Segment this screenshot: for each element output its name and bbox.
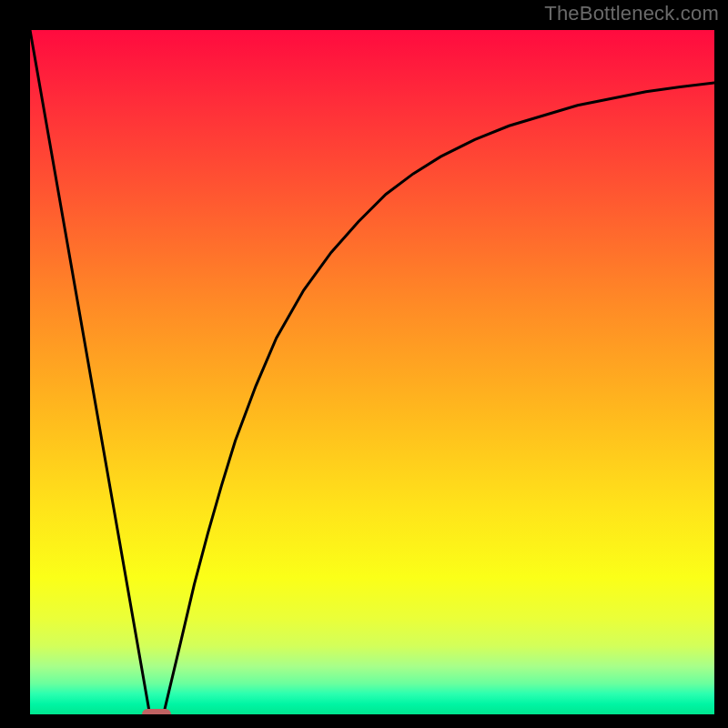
bottom-marker bbox=[142, 709, 171, 714]
watermark-text: TheBottleneck.com bbox=[544, 2, 719, 25]
chart-frame: TheBottleneck.com bbox=[0, 0, 728, 728]
plot-area bbox=[30, 30, 714, 714]
series-left-line bbox=[30, 30, 150, 714]
series-right-curve bbox=[164, 83, 714, 714]
curve-layer bbox=[30, 30, 714, 714]
